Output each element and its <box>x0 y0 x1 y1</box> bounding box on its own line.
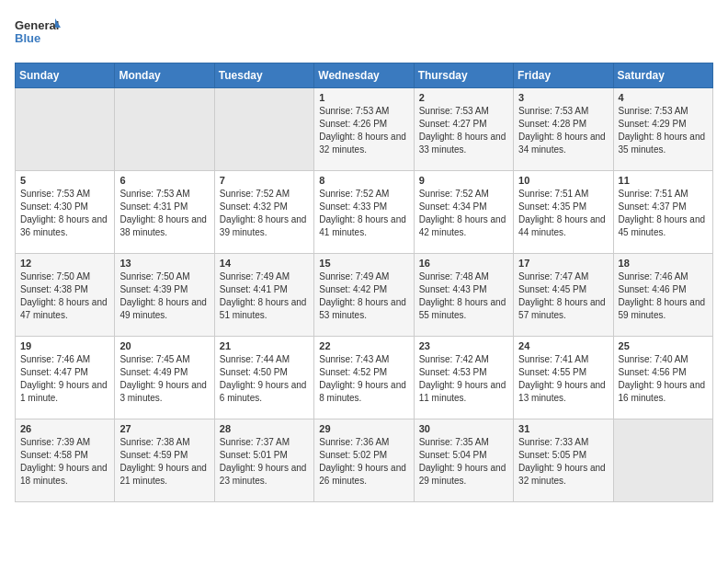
week-row-1: 1 Sunrise: 7:53 AMSunset: 4:26 PMDayligh… <box>16 88 713 171</box>
day-info: Sunrise: 7:43 AMSunset: 4:52 PMDaylight:… <box>319 353 408 405</box>
day-number: 23 <box>419 340 508 351</box>
calendar-cell: 17 Sunrise: 7:47 AMSunset: 4:45 PMDaylig… <box>514 254 613 337</box>
calendar-cell: 16 Sunrise: 7:48 AMSunset: 4:43 PMDaylig… <box>414 254 513 337</box>
day-number: 30 <box>419 423 508 434</box>
day-number: 8 <box>319 175 408 186</box>
day-info: Sunrise: 7:46 AMSunset: 4:47 PMDaylight:… <box>20 353 109 405</box>
week-row-2: 5 Sunrise: 7:53 AMSunset: 4:30 PMDayligh… <box>16 171 713 254</box>
day-number: 24 <box>518 340 608 351</box>
day-info: Sunrise: 7:53 AMSunset: 4:27 PMDaylight:… <box>419 105 508 156</box>
calendar-cell: 22 Sunrise: 7:43 AMSunset: 4:52 PMDaylig… <box>314 337 414 419</box>
week-row-5: 26 Sunrise: 7:39 AMSunset: 4:58 PMDaylig… <box>16 419 713 502</box>
day-number: 26 <box>20 423 109 434</box>
svg-text:Blue: Blue <box>15 31 40 45</box>
weekday-header-monday: Monday <box>115 63 214 88</box>
calendar-cell: 30 Sunrise: 7:35 AMSunset: 5:04 PMDaylig… <box>414 419 513 502</box>
svg-text:General: General <box>15 18 59 32</box>
day-info: Sunrise: 7:42 AMSunset: 4:53 PMDaylight:… <box>419 353 508 405</box>
day-info: Sunrise: 7:53 AMSunset: 4:26 PMDaylight:… <box>319 105 408 156</box>
day-info: Sunrise: 7:52 AMSunset: 4:33 PMDaylight:… <box>319 188 408 239</box>
calendar-cell: 18 Sunrise: 7:46 AMSunset: 4:46 PMDaylig… <box>613 254 712 337</box>
page-header: General Blue <box>15 15 713 52</box>
weekday-header-tuesday: Tuesday <box>214 63 313 88</box>
calendar-cell: 26 Sunrise: 7:39 AMSunset: 4:58 PMDaylig… <box>16 419 115 502</box>
day-info: Sunrise: 7:45 AMSunset: 4:49 PMDaylight:… <box>119 353 209 405</box>
day-number: 29 <box>319 423 408 434</box>
day-info: Sunrise: 7:49 AMSunset: 4:41 PMDaylight:… <box>220 270 309 322</box>
day-info: Sunrise: 7:41 AMSunset: 4:55 PMDaylight:… <box>518 353 608 405</box>
calendar-table: SundayMondayTuesdayWednesdayThursdayFrid… <box>15 63 713 502</box>
calendar-cell: 3 Sunrise: 7:53 AMSunset: 4:28 PMDayligh… <box>514 88 613 171</box>
day-info: Sunrise: 7:46 AMSunset: 4:46 PMDaylight:… <box>619 270 708 322</box>
calendar-cell: 31 Sunrise: 7:33 AMSunset: 5:05 PMDaylig… <box>514 419 613 502</box>
day-number: 4 <box>619 92 708 103</box>
day-info: Sunrise: 7:53 AMSunset: 4:29 PMDaylight:… <box>619 105 708 156</box>
day-number: 31 <box>518 423 608 434</box>
logo: General Blue <box>15 15 61 52</box>
day-info: Sunrise: 7:35 AMSunset: 5:04 PMDaylight:… <box>419 436 508 488</box>
day-number: 7 <box>220 175 309 186</box>
calendar-cell: 5 Sunrise: 7:53 AMSunset: 4:30 PMDayligh… <box>16 171 115 254</box>
day-info: Sunrise: 7:44 AMSunset: 4:50 PMDaylight:… <box>220 353 309 405</box>
day-number: 5 <box>20 175 109 186</box>
day-number: 25 <box>619 340 708 351</box>
day-number: 3 <box>518 92 608 103</box>
calendar-cell <box>115 88 214 171</box>
day-number: 28 <box>220 423 309 434</box>
day-number: 14 <box>220 258 309 269</box>
day-info: Sunrise: 7:47 AMSunset: 4:45 PMDaylight:… <box>518 270 608 322</box>
calendar-cell: 14 Sunrise: 7:49 AMSunset: 4:41 PMDaylig… <box>214 254 313 337</box>
calendar-cell: 19 Sunrise: 7:46 AMSunset: 4:47 PMDaylig… <box>16 337 115 419</box>
day-info: Sunrise: 7:40 AMSunset: 4:56 PMDaylight:… <box>619 353 708 405</box>
day-number: 20 <box>119 340 209 351</box>
weekday-header-friday: Friday <box>514 63 613 88</box>
calendar-cell: 20 Sunrise: 7:45 AMSunset: 4:49 PMDaylig… <box>115 337 214 419</box>
day-info: Sunrise: 7:37 AMSunset: 5:01 PMDaylight:… <box>220 436 309 488</box>
day-number: 15 <box>319 258 408 269</box>
calendar-cell: 11 Sunrise: 7:51 AMSunset: 4:37 PMDaylig… <box>613 171 712 254</box>
weekday-header-thursday: Thursday <box>414 63 513 88</box>
day-info: Sunrise: 7:50 AMSunset: 4:38 PMDaylight:… <box>20 270 109 322</box>
day-info: Sunrise: 7:52 AMSunset: 4:34 PMDaylight:… <box>419 188 508 239</box>
day-number: 21 <box>220 340 309 351</box>
day-info: Sunrise: 7:52 AMSunset: 4:32 PMDaylight:… <box>220 188 309 239</box>
day-number: 13 <box>119 258 209 269</box>
day-number: 1 <box>319 92 408 103</box>
weekday-header-saturday: Saturday <box>613 63 712 88</box>
day-number: 27 <box>119 423 209 434</box>
week-row-4: 19 Sunrise: 7:46 AMSunset: 4:47 PMDaylig… <box>16 337 713 419</box>
calendar-cell: 27 Sunrise: 7:38 AMSunset: 4:59 PMDaylig… <box>115 419 214 502</box>
calendar-cell: 4 Sunrise: 7:53 AMSunset: 4:29 PMDayligh… <box>613 88 712 171</box>
day-info: Sunrise: 7:48 AMSunset: 4:43 PMDaylight:… <box>419 270 508 322</box>
calendar-cell: 25 Sunrise: 7:40 AMSunset: 4:56 PMDaylig… <box>613 337 712 419</box>
calendar-cell: 12 Sunrise: 7:50 AMSunset: 4:38 PMDaylig… <box>16 254 115 337</box>
week-row-3: 12 Sunrise: 7:50 AMSunset: 4:38 PMDaylig… <box>16 254 713 337</box>
day-number: 22 <box>319 340 408 351</box>
day-info: Sunrise: 7:33 AMSunset: 5:05 PMDaylight:… <box>518 436 608 488</box>
calendar-cell <box>613 419 712 502</box>
day-number: 16 <box>419 258 508 269</box>
day-number: 19 <box>20 340 109 351</box>
day-number: 17 <box>518 258 608 269</box>
calendar-cell: 23 Sunrise: 7:42 AMSunset: 4:53 PMDaylig… <box>414 337 513 419</box>
calendar-cell: 9 Sunrise: 7:52 AMSunset: 4:34 PMDayligh… <box>414 171 513 254</box>
weekday-header-sunday: Sunday <box>16 63 115 88</box>
day-info: Sunrise: 7:51 AMSunset: 4:37 PMDaylight:… <box>619 188 708 239</box>
weekday-header-row: SundayMondayTuesdayWednesdayThursdayFrid… <box>16 63 713 88</box>
day-info: Sunrise: 7:51 AMSunset: 4:35 PMDaylight:… <box>518 188 608 239</box>
calendar-cell: 21 Sunrise: 7:44 AMSunset: 4:50 PMDaylig… <box>214 337 313 419</box>
day-number: 11 <box>619 175 708 186</box>
calendar-cell: 7 Sunrise: 7:52 AMSunset: 4:32 PMDayligh… <box>214 171 313 254</box>
day-info: Sunrise: 7:53 AMSunset: 4:31 PMDaylight:… <box>119 188 209 239</box>
calendar-cell: 2 Sunrise: 7:53 AMSunset: 4:27 PMDayligh… <box>414 88 513 171</box>
day-info: Sunrise: 7:53 AMSunset: 4:28 PMDaylight:… <box>518 105 608 156</box>
day-number: 6 <box>119 175 209 186</box>
calendar-cell: 28 Sunrise: 7:37 AMSunset: 5:01 PMDaylig… <box>214 419 313 502</box>
day-info: Sunrise: 7:53 AMSunset: 4:30 PMDaylight:… <box>20 188 109 239</box>
calendar-cell <box>214 88 313 171</box>
logo-svg: General Blue <box>15 15 61 52</box>
day-info: Sunrise: 7:49 AMSunset: 4:42 PMDaylight:… <box>319 270 408 322</box>
day-number: 10 <box>518 175 608 186</box>
day-number: 9 <box>419 175 508 186</box>
day-number: 2 <box>419 92 508 103</box>
